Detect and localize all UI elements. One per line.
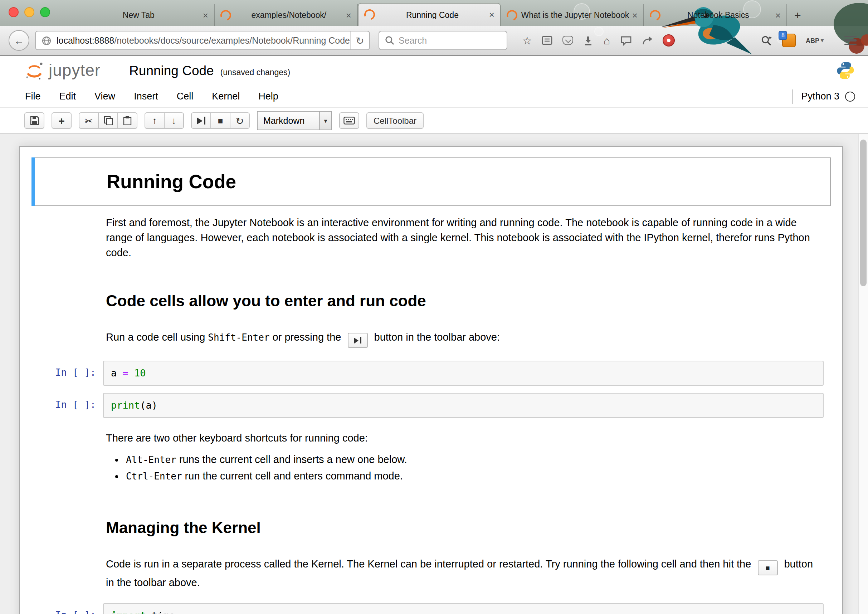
kernel-name: Python 3: [801, 91, 839, 102]
extension-icon-orange[interactable]: 8: [782, 34, 796, 47]
shortcuts-intro: There are two other keyboard shortcuts f…: [106, 431, 824, 446]
tab-what-is-jupyter[interactable]: What is the Jupyter Notebook ×: [501, 4, 644, 26]
add-cell-button[interactable]: +: [51, 112, 71, 129]
cut-cell-button[interactable]: ✂: [79, 112, 99, 129]
markdown-cell-kernel-para[interactable]: Code is run in a separate process called…: [31, 547, 831, 600]
move-cell-down-button[interactable]: ↓: [164, 112, 184, 129]
code-cell-print-a[interactable]: In [ ]: print(a): [31, 390, 831, 422]
back-icon: ←: [14, 35, 24, 46]
tab-running-code-active[interactable]: Running Code ×: [358, 3, 501, 26]
kernel-idle-icon: [845, 91, 855, 101]
run-button-inline-icon: [348, 333, 368, 348]
code-editor[interactable]: print(a): [103, 393, 824, 418]
tab-label: Running Code: [378, 10, 486, 19]
markdown-cell-h2-kernel[interactable]: Managing the Kernel: [31, 494, 831, 547]
tab-close-icon[interactable]: ×: [632, 10, 638, 20]
chat-bubble-icon[interactable]: [620, 36, 631, 45]
code-cell-a-equals-10[interactable]: In [ ]: a = 10: [31, 357, 831, 390]
cell-type-value: Markdown: [257, 116, 319, 126]
kernel-paragraph: Code is run in a separate process called…: [106, 557, 824, 591]
menu-help[interactable]: Help: [249, 91, 288, 102]
jupyter-favicon: [363, 8, 377, 22]
copy-cell-button[interactable]: [98, 112, 118, 129]
command-palette-button[interactable]: [339, 112, 359, 129]
menu-hamburger-icon[interactable]: [845, 36, 857, 45]
input-prompt: In [ ]:: [31, 399, 96, 411]
tab-close-icon[interactable]: ×: [775, 10, 781, 20]
stop-button-inline-icon: ■: [758, 561, 778, 576]
nav-icon-row: ☆ ⌂: [518, 34, 859, 47]
browser-window: New Tab × examples/Notebook/ × Running C…: [0, 0, 868, 614]
url-bar[interactable]: localhost:8888 /notebooks/docs/source/ex…: [35, 31, 370, 50]
menu-insert[interactable]: Insert: [124, 91, 167, 102]
tab-label: What is the Jupyter Notebook: [521, 11, 629, 19]
celltoolbar-button[interactable]: CellToolbar: [366, 112, 424, 129]
code-editor[interactable]: a = 10: [103, 361, 824, 386]
home-icon[interactable]: ⌂: [604, 35, 610, 46]
arrow-down-icon: ↓: [172, 115, 177, 126]
notebook-title[interactable]: Running Code: [129, 63, 214, 78]
run-cell-button[interactable]: [191, 112, 211, 129]
pocket-icon[interactable]: [563, 36, 574, 45]
cell-type-select[interactable]: Markdown ▾: [257, 111, 332, 130]
scrollbar-track[interactable]: [858, 134, 868, 614]
save-icon: [30, 116, 39, 125]
search-input[interactable]: Search: [378, 31, 507, 50]
tab-close-icon[interactable]: ×: [489, 9, 494, 20]
bookmark-star-icon[interactable]: ☆: [522, 35, 532, 46]
jupyter-logo-text[interactable]: jupyter: [49, 61, 101, 80]
screenshot-tool-icon[interactable]: [761, 35, 772, 46]
bookmarks-panel-icon[interactable]: [542, 36, 553, 45]
paste-cell-button[interactable]: [117, 112, 137, 129]
jupyter-favicon: [648, 8, 662, 22]
menu-cell[interactable]: Cell: [167, 91, 203, 102]
jupyter-favicon: [219, 8, 233, 22]
download-icon[interactable]: [584, 36, 594, 45]
paste-icon: [123, 116, 132, 125]
tab-new-tab[interactable]: New Tab ×: [71, 4, 215, 26]
back-button[interactable]: ←: [9, 30, 29, 51]
markdown-cell-intro[interactable]: First and foremost, the Jupyter Notebook…: [31, 206, 831, 270]
arrow-up-icon: ↑: [152, 115, 157, 126]
window-controls: [9, 7, 50, 17]
checkpoint-status: (unsaved changes): [220, 65, 290, 76]
inline-code-shift-enter: Shift-Enter: [208, 332, 270, 343]
window-minimize-button[interactable]: [24, 7, 34, 17]
reload-icon[interactable]: ↻: [350, 31, 369, 50]
extension-icon-red[interactable]: [662, 34, 674, 47]
markdown-cell-run-instructions[interactable]: Run a code cell using Shift-Enter or pre…: [31, 321, 831, 357]
tab-close-icon[interactable]: ×: [346, 10, 351, 20]
url-domain: localhost:8888: [57, 36, 114, 45]
save-button[interactable]: [24, 112, 44, 129]
tab-examples-notebook[interactable]: examples/Notebook/ ×: [215, 4, 358, 26]
menu-view[interactable]: View: [85, 91, 124, 102]
jupyter-menu-bar: File Edit View Insert Cell Kernel Help P…: [0, 85, 868, 108]
markdown-cell-shortcuts[interactable]: There are two other keyboard shortcuts f…: [31, 422, 831, 494]
interrupt-kernel-button[interactable]: ■: [210, 112, 230, 129]
markdown-cell-title-selected[interactable]: Running Code: [31, 157, 831, 206]
tab-notebook-basics[interactable]: Notebook Basics ×: [644, 4, 787, 26]
move-cell-up-button[interactable]: ↑: [144, 112, 164, 129]
jupyter-favicon: [505, 8, 519, 22]
restart-kernel-button[interactable]: ↻: [230, 112, 250, 129]
list-item: Ctrl-Enter run the current cell and ente…: [126, 468, 824, 485]
intro-paragraph: First and foremost, the Jupyter Notebook…: [106, 216, 824, 261]
share-icon[interactable]: [642, 36, 652, 45]
tab-label: Notebook Basics: [664, 11, 772, 19]
copy-icon: [104, 116, 113, 125]
window-zoom-button[interactable]: [40, 7, 50, 17]
site-identity-globe-icon[interactable]: [42, 36, 51, 45]
tab-close-icon[interactable]: ×: [203, 10, 208, 20]
menu-file[interactable]: File: [16, 91, 50, 102]
menu-edit[interactable]: Edit: [50, 91, 85, 102]
markdown-cell-h2-code-cells[interactable]: Code cells allow you to enter and run co…: [31, 270, 831, 321]
menu-kernel[interactable]: Kernel: [203, 91, 249, 102]
code-editor[interactable]: import timetime.sleep(10): [103, 604, 824, 614]
new-tab-button[interactable]: +: [794, 9, 801, 22]
browser-chrome: New Tab × examples/Notebook/ × Running C…: [0, 0, 868, 56]
adblock-plus-menu[interactable]: ABP ▾: [806, 37, 824, 44]
code-cell-import-time[interactable]: In [ ]: import timetime.sleep(10): [31, 600, 831, 614]
extension-badge: 8: [778, 31, 787, 40]
scrollbar-thumb[interactable]: [860, 140, 866, 286]
window-close-button[interactable]: [9, 7, 19, 17]
